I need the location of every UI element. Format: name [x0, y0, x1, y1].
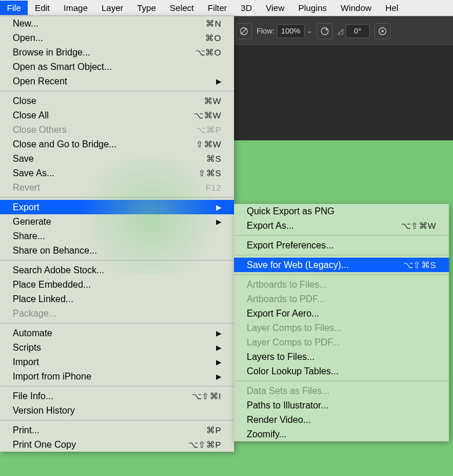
menu-item[interactable]: Share... [0, 229, 234, 243]
submenu-arrow-icon: ▶ [216, 218, 221, 226]
menubar-item-image[interactable]: Image [57, 1, 95, 15]
menubar-item-hel[interactable]: Hel [378, 1, 406, 15]
menu-shortcut: ⌥⌘W [194, 110, 221, 121]
menubar-item-filter[interactable]: Filter [201, 1, 234, 15]
menubar-item-layer[interactable]: Layer [95, 1, 131, 15]
menu-item[interactable]: Color Lookup Tables... [234, 364, 449, 378]
pressure-opacity-icon[interactable] [236, 23, 252, 39]
menu-item[interactable]: Layers to Files... [234, 349, 449, 364]
menu-item[interactable]: Search Adobe Stock... [0, 263, 234, 277]
menu-item-label: Automate [13, 328, 52, 339]
submenu-arrow-icon: ▶ [216, 203, 221, 211]
separator [234, 381, 449, 381]
menu-item[interactable]: Quick Export as PNG [234, 204, 449, 218]
menu-shortcut: F12 [206, 183, 221, 192]
menubar-item-edit[interactable]: Edit [28, 1, 57, 15]
menubar-item-file[interactable]: File [0, 1, 28, 15]
menu-item-label: Export Preferences... [247, 240, 333, 251]
submenu-arrow-icon: ▶ [216, 77, 221, 85]
menu-item[interactable]: Render Video... [234, 412, 449, 427]
menu-item[interactable]: Import▶ [0, 355, 234, 369]
menubar-item-select[interactable]: Select [163, 1, 201, 15]
menu-item-label: Save As... [13, 168, 54, 178]
menu-item-label: File Info... [13, 391, 53, 401]
menu-item-label: Layer Comps to PDF... [247, 337, 340, 348]
menu-item[interactable]: Close⌘W [0, 94, 234, 108]
menu-item-label: Export [13, 202, 39, 213]
airbrush-icon[interactable] [317, 23, 333, 39]
menu-item[interactable]: Version History [0, 403, 234, 418]
menu-item[interactable]: Export▶ [0, 200, 234, 214]
menu-shortcut: ⌘P [206, 425, 221, 436]
menu-item-label: New... [13, 18, 38, 29]
pressure-size-icon[interactable] [374, 23, 391, 39]
menu-item[interactable]: Open...⌘O [0, 31, 234, 45]
menu-item[interactable]: Save⌘S [0, 151, 234, 166]
menubar-item-window[interactable]: Window [333, 1, 378, 15]
menu-item: Package... [0, 306, 234, 321]
menu-item: RevertF12 [0, 180, 234, 195]
menu-item-label: Package... [13, 308, 57, 319]
canvas-dark-area [231, 46, 453, 140]
menu-item-label: Close Others [13, 125, 66, 135]
submenu-arrow-icon: ▶ [216, 329, 221, 337]
menu-item-label: Browse in Bridge... [13, 47, 90, 58]
svg-point-2 [326, 28, 328, 30]
menubar-item-view[interactable]: View [259, 1, 291, 15]
menubar-item-3d[interactable]: 3D [234, 1, 259, 15]
menu-item[interactable]: Export As...⌥⇧⌘W [234, 218, 449, 233]
menu-item-label: Generate [13, 217, 51, 227]
menu-item-label: Version History [13, 406, 75, 416]
menu-item[interactable]: Save As...⇧⌘S [0, 166, 234, 180]
submenu-arrow-icon: ▶ [216, 373, 221, 381]
submenu-arrow-icon: ▶ [216, 358, 221, 366]
menu-item-label: Export As... [247, 221, 294, 231]
options-bar: Flow: ⌄ ◿ [231, 16, 453, 46]
menubar-item-plugins[interactable]: Plugins [291, 1, 333, 15]
menu-item[interactable]: File Info...⌥⇧⌘I [0, 389, 234, 403]
menu-item[interactable]: Paths to Illustrator... [234, 398, 449, 412]
menu-item-label: Close [13, 96, 36, 106]
menu-item[interactable]: Generate▶ [0, 214, 234, 229]
menu-item-label: Print One Copy [13, 440, 76, 450]
menu-item[interactable]: Close and Go to Bridge...⇧⌘W [0, 137, 234, 151]
angle-input[interactable] [346, 24, 370, 38]
menu-item[interactable]: Place Embedded... [0, 277, 234, 292]
menu-item[interactable]: Print One Copy⌥⇧⌘P [0, 437, 234, 452]
menu-item-label: Artboards to Files... [247, 280, 327, 290]
angle-control[interactable]: ◿ [337, 24, 370, 38]
menu-item[interactable]: Close All⌥⌘W [0, 108, 234, 122]
menu-item-label: Revert [13, 183, 40, 193]
flow-control[interactable]: Flow: ⌄ [257, 24, 312, 38]
flow-input[interactable] [277, 24, 305, 38]
menu-item[interactable]: New...⌘N [0, 16, 234, 31]
menu-item[interactable]: Automate▶ [0, 326, 234, 340]
menu-item[interactable]: Zoomify... [234, 427, 449, 441]
menu-item[interactable]: Print...⌘P [0, 423, 234, 437]
svg-point-1 [321, 28, 328, 35]
separator [0, 91, 234, 91]
menu-shortcut: ⌥⇧⌘P [188, 440, 221, 450]
menu-item[interactable]: Share on Behance... [0, 243, 234, 258]
menu-item-label: Share... [13, 231, 45, 241]
menu-shortcut: ⇧⌘S [198, 168, 221, 178]
menu-item[interactable]: Scripts▶ [0, 340, 234, 355]
menu-item[interactable]: Export Preferences... [234, 238, 449, 252]
flow-label: Flow: [257, 27, 274, 35]
menu-item-label: Open... [13, 33, 43, 43]
menu-item[interactable]: Browse in Bridge...⌥⌘O [0, 45, 234, 60]
menu-item[interactable]: Open as Smart Object... [0, 60, 234, 74]
menu-item-label: Import [13, 357, 39, 367]
menu-item[interactable]: Place Linked... [0, 292, 234, 306]
menu-shortcut: ⌘S [206, 154, 221, 164]
menu-item: Data Sets as Files... [234, 384, 449, 398]
menubar-item-type[interactable]: Type [130, 1, 163, 15]
menu-item[interactable]: Export For Aero... [234, 306, 449, 321]
menu-item[interactable]: Open Recent▶ [0, 74, 234, 88]
menu-item: Artboards to Files... [234, 277, 449, 292]
chevron-down-icon[interactable]: ⌄ [307, 27, 312, 35]
menubar: FileEditImageLayerTypeSelectFilter3DView… [0, 0, 453, 16]
menu-item[interactable]: Import from iPhone▶ [0, 369, 234, 384]
angle-icon: ◿ [337, 27, 343, 35]
menu-item[interactable]: Save for Web (Legacy)...⌥⇧⌘S [234, 258, 449, 272]
